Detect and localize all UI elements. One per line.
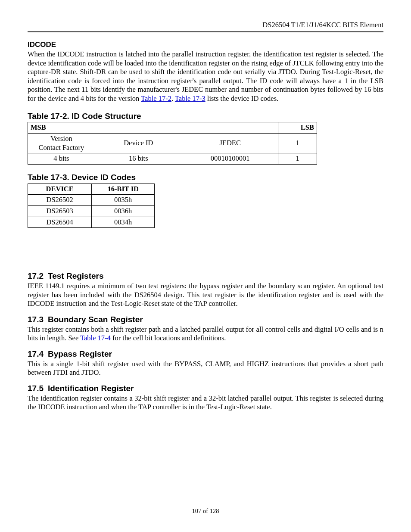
body-17-3: This register contains both a shift regi… [28,325,383,343]
cell-version: Version Contact Factory [28,134,95,153]
section-number: 17.3 [28,315,44,324]
heading-17-3: 17.3Boundary Scan Register [28,314,383,325]
idcode-heading: IDCODE [28,40,383,49]
text-run: Contact Factory [39,143,84,152]
cell-empty [182,122,278,134]
page: DS26504 T1/E1/J1/64KCC BITS Element IDCO… [0,0,411,532]
text-run: for the cell bit locations and definitio… [111,334,226,342]
cell-empty [95,122,182,134]
heading-17-2: 17.2Test Registers [28,271,383,281]
link-table-17-2[interactable]: Table 17-2 [141,94,171,103]
table-row: MSB LSB [28,122,317,134]
table-17-2: MSB LSB Version Contact Factory Device I… [28,122,317,165]
section-title: Test Registers [48,271,104,280]
cell-id: 0036h [92,205,155,217]
cell-device: DS26504 [28,217,92,228]
heading-17-5: 17.5Identification Register [28,383,383,394]
table-row: DEVICE 16-BIT ID [28,184,155,195]
cell-id: 0034h [92,217,155,228]
body-17-2: IEEE 1149.1 requires a minimum of two te… [28,282,383,308]
body-17-5: The identification register contains a 3… [28,394,383,412]
table-row: DS26504 0034h [28,217,155,228]
section-number: 17.5 [28,384,44,393]
link-table-17-4[interactable]: Table 17-4 [80,334,111,342]
table-row: DS26503 0036h [28,205,155,217]
cell-jedec-bits: 00010100001 [182,153,278,165]
text-run: lists the device ID codes. [206,94,279,103]
cell-id: 0035h [92,195,155,206]
body-17-4: This is a single 1-bit shift register us… [28,360,383,377]
section-title: Identification Register [48,384,134,393]
table-row: Version Contact Factory Device ID JEDEC … [28,134,317,153]
col-header-device: DEVICE [28,184,92,195]
table-17-3: DEVICE 16-BIT ID DS26502 0035h DS26503 0… [28,184,155,228]
section-title: Bypass Register [48,349,112,358]
page-footer: 107 of 128 [0,507,411,515]
section-number: 17.2 [28,271,44,280]
cell-one: 1 [278,153,317,165]
cell-16bits: 16 bits [95,153,182,165]
heading-17-4: 17.4Bypass Register [28,349,383,359]
cell-device-id: Device ID [95,134,182,153]
table-row: 4 bits 16 bits 00010100001 1 [28,153,317,165]
cell-device: DS26503 [28,205,92,217]
table-17-3-title: Table 17-3. Device ID Codes [28,172,383,183]
table-17-2-title: Table 17-2. ID Code Structure [28,111,383,121]
text-run: Version [50,134,72,143]
idcode-paragraph: When the IDCODE instruction is latched i… [28,50,383,103]
link-table-17-3[interactable]: Table 17-3 [175,94,206,103]
section-number: 17.4 [28,349,44,358]
cell-msb: MSB [28,122,95,134]
section-title: Boundary Scan Register [48,315,143,324]
cell-4bits: 4 bits [28,153,95,165]
cell-one: 1 [278,134,317,153]
spacer [28,228,383,264]
header-rule [28,31,383,32]
cell-lsb: LSB [278,122,317,134]
table-row: DS26502 0035h [28,195,155,206]
cell-jedec: JEDEC [182,134,278,153]
col-header-16bit-id: 16-BIT ID [92,184,155,195]
running-header: DS26504 T1/E1/J1/64KCC BITS Element [28,21,383,30]
cell-device: DS26502 [28,195,92,206]
text-run: . [171,94,175,103]
